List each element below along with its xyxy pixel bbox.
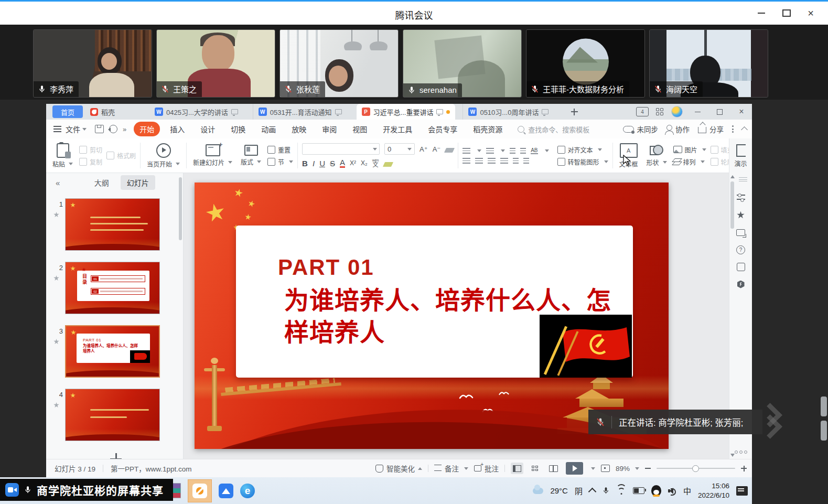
decrease-indent-button[interactable] [510,148,515,154]
paragraph-spacing-button[interactable] [523,158,529,164]
tab-docer[interactable]: 稻壳 [83,104,122,120]
panel-scrollbar[interactable] [179,177,182,240]
sync-status[interactable]: 未同步 [623,124,659,134]
minimize-button[interactable] [752,6,770,20]
more-tools-icon[interactable] [729,451,752,454]
highlight-pen-icon[interactable] [382,162,393,167]
new-slide-button[interactable]: 新建幻灯片 [191,143,234,168]
align-text-button[interactable]: 对齐文本 [557,145,608,154]
zoom-slider-thumb[interactable] [692,465,699,472]
play-options-icon[interactable] [591,467,595,470]
tab-home[interactable]: 首页 [52,105,83,118]
beautify-star-icon[interactable] [736,210,746,220]
normal-view-button[interactable] [511,463,523,474]
bold-button[interactable]: B [302,159,308,168]
video-tile[interactable]: 王菲菲-大数据财务分析 [526,29,645,98]
font-size-select[interactable]: 0 [384,143,415,155]
menu-tab-slideshow[interactable]: 放映 [286,122,312,136]
slide-thumbnail-selected[interactable]: 3 PART 01 为谁培养人、培养什么人、怎样培养人 [65,325,160,378]
collapse-ribbon-icon[interactable] [741,126,748,133]
notes-button[interactable]: 备注 [434,463,468,474]
text-direction-button[interactable]: AB [531,147,537,154]
zoom-level[interactable]: 89% [616,465,639,473]
italic-button[interactable]: I [313,159,315,168]
speaker-icon[interactable] [668,487,676,495]
browser-icon[interactable]: e [240,484,255,498]
screen-share-banner[interactable]: 商学院杜亚彬的屏幕共享 [0,479,173,501]
font-name-select[interactable] [302,143,380,155]
wps-close-button[interactable]: × [734,106,749,117]
slide-sorter-view-button[interactable] [529,463,542,474]
wifi-icon[interactable] [617,487,626,495]
wps-minimize-button[interactable] [690,106,705,117]
subscript-button[interactable]: X₂ [361,159,368,167]
arrange-button[interactable]: 排列 [673,157,706,166]
slide-thumbnail[interactable]: 2 目录 01 02 [65,262,160,314]
menu-tab-devtools[interactable]: 开发工具 [377,122,418,136]
video-tile[interactable]: 张秋莲 [279,29,399,98]
menu-tab-design[interactable]: 设计 [195,122,221,136]
comments-button[interactable]: 批注 [474,463,499,474]
panel-collapse-button[interactable]: « [56,178,60,187]
numbered-list-button[interactable] [486,148,494,154]
zoom-slider[interactable] [657,468,735,469]
slide-layout-button[interactable]: 版式 [239,144,263,167]
align-center-button[interactable] [475,158,483,164]
more-options-icon[interactable] [732,125,734,133]
menu-tab-member[interactable]: 会员专享 [422,122,463,136]
menu-tab-insert[interactable]: 插入 [164,122,190,136]
tab-outline[interactable]: 大纲 [88,175,115,190]
align-right-button[interactable] [488,158,496,164]
clear-format-icon[interactable] [444,148,455,153]
menu-tab-review[interactable]: 审阅 [316,122,342,136]
save-icon[interactable] [95,125,104,133]
video-tile[interactable]: serenahan [403,29,522,98]
cut-button[interactable]: 剪切 [79,145,102,154]
doc-tab-active[interactable]: P 习近平总...重要讲话 [357,104,456,120]
tencent-meeting-icon[interactable] [219,484,233,498]
slide-title-box[interactable]: PART 01 为谁培养人、培养什么人、怎样培养人 [236,226,633,378]
line-spacing-button[interactable] [513,158,519,164]
doc-tab[interactable]: W 0531开...育活动通知 [253,104,347,120]
close-button[interactable]: × [802,6,820,20]
weather-icon[interactable] [533,488,543,494]
video-tile[interactable]: 李秀萍 [33,29,152,98]
scroll-down-icon[interactable] [730,454,735,457]
hidden-icons-chevron[interactable] [588,488,597,496]
current-slide[interactable]: PART 01 为谁培养人、培养什么人、怎样培养人 [195,183,669,449]
menu-hamburger-icon[interactable] [53,126,61,132]
collaborate-button[interactable]: 协作 [666,124,690,134]
properties-sliders-icon[interactable] [736,193,746,202]
section-button[interactable]: 节 [267,157,293,166]
tray-mic-icon[interactable] [602,486,610,495]
scroll-up-icon[interactable] [730,175,735,178]
menu-file[interactable]: 文件 [66,124,80,134]
fit-window-icon[interactable] [601,465,610,472]
weather-desc[interactable]: 阴 [575,485,583,496]
menu-tab-home[interactable]: 开始 [134,122,160,136]
underline-button[interactable]: U [319,159,325,168]
taskbar-clock[interactable]: 15:06 2022/6/10 [698,481,729,500]
shapes-button[interactable]: 形状 [644,144,669,168]
menu-tab-view[interactable]: 视图 [347,122,373,136]
bullet-list-button[interactable] [463,148,470,154]
weather-temp[interactable]: 29°C [550,486,568,495]
undo-icon[interactable] [109,125,117,133]
phonetic-guide-button[interactable]: wén文 [372,158,379,168]
paste-button[interactable]: 粘贴 [50,142,75,169]
copy-button[interactable]: 复制 [79,157,102,166]
grow-font-button[interactable]: A⁺ [420,145,428,153]
slideshow-play-button[interactable] [566,462,583,475]
slide-thumbnail[interactable]: 1 [65,198,160,251]
reset-button[interactable]: 重置 [267,145,293,154]
menu-tab-animation[interactable]: 动画 [255,122,282,136]
help-icon[interactable]: ? [736,245,746,254]
battery-icon[interactable] [633,487,644,494]
qat-overflow-icon[interactable]: » [123,125,126,133]
strikethrough-button[interactable]: S [330,159,335,168]
workspace-grid-icon[interactable] [656,108,664,116]
doc-tab[interactable]: W 0510习...0周年讲话 [463,104,554,120]
resource-box-icon[interactable] [736,262,746,272]
video-tile[interactable]: 王策之 [156,29,275,98]
shrink-font-button[interactable]: A⁻ [433,145,441,153]
